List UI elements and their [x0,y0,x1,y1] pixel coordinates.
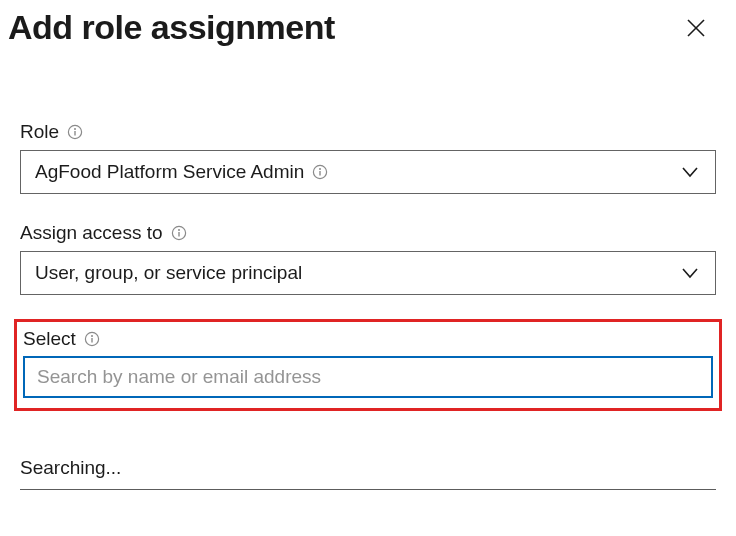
role-dropdown-value: AgFood Platform Service Admin [35,161,304,183]
assign-label: Assign access to [20,222,163,245]
assign-dropdown[interactable]: User, group, or service principal [20,251,716,295]
info-icon[interactable] [67,124,83,140]
chevron-down-icon [679,161,701,183]
panel-header: Add role assignment [0,0,736,47]
svg-point-12 [91,335,93,337]
close-icon [685,17,707,39]
assign-dropdown-value: User, group, or service principal [35,262,302,284]
role-label-row: Role [20,121,716,144]
search-status: Searching... [20,451,716,490]
svg-point-6 [319,168,321,170]
assign-label-row: Assign access to [20,222,716,245]
svg-point-9 [178,229,180,231]
svg-rect-10 [178,232,179,237]
form-area: Role AgFood Platform Service Admin [0,121,736,490]
chevron-down-icon [679,262,701,284]
close-button[interactable] [682,14,710,42]
svg-point-3 [74,128,76,130]
role-dropdown[interactable]: AgFood Platform Service Admin [20,150,716,194]
svg-rect-7 [320,171,321,176]
info-icon[interactable] [84,331,100,347]
select-label: Select [23,328,76,351]
select-highlight: Select [14,319,722,412]
svg-rect-4 [74,131,75,136]
role-label: Role [20,121,59,144]
select-label-row: Select [23,328,713,351]
info-icon[interactable] [171,225,187,241]
info-icon[interactable] [312,164,328,180]
select-search-input[interactable] [23,356,713,398]
svg-rect-13 [91,338,92,343]
panel-title: Add role assignment [8,8,335,47]
